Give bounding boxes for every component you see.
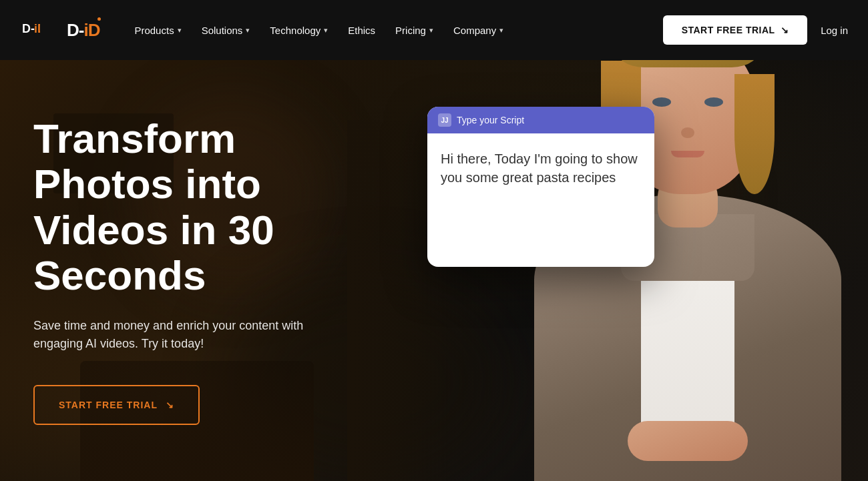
nav-actions: START FREE TRIAL ↘ Log in [663, 15, 848, 45]
hero-trial-button[interactable]: START FREE TRIAL ↘ [33, 385, 200, 425]
nav-item-ethics[interactable]: Ethics [340, 19, 383, 41]
hero-content: Transform Photos into Videos in 30 Secon… [0, 60, 387, 481]
chevron-down-icon: ▾ [429, 26, 433, 35]
svg-text:D-: D- [22, 22, 35, 35]
nav-item-company[interactable]: Company ▾ [445, 19, 511, 41]
nav-item-products[interactable]: Products ▾ [126, 19, 189, 41]
script-card-body[interactable]: Hi there, Today I'm going to show you so… [427, 133, 654, 267]
person-nose [681, 127, 694, 138]
nav-item-technology[interactable]: Technology ▾ [262, 19, 336, 41]
svg-text:iD: iD [34, 22, 40, 35]
person-hair-right [734, 74, 775, 194]
logo-link[interactable]: D- iD [67, 20, 99, 41]
person-eye-left [652, 97, 671, 107]
nav-item-solutions[interactable]: Solutions ▾ [194, 19, 258, 41]
hero-trial-label: START FREE TRIAL [59, 400, 158, 410]
nav-links: Products ▾ Solutions ▾ Technology ▾ Ethi… [126, 19, 662, 41]
nav-label-solutions: Solutions [202, 25, 243, 36]
nav-label-ethics: Ethics [348, 25, 375, 36]
script-card-title: Type your Script [457, 115, 524, 125]
person-shirt [641, 274, 734, 441]
logo-text-did: D- [67, 20, 83, 41]
chevron-down-icon: ▾ [324, 26, 328, 35]
chevron-down-icon: ▾ [246, 26, 250, 35]
nav-trial-label: START FREE TRIAL [682, 25, 775, 35]
person-hands [628, 421, 748, 461]
script-icon: JJ [438, 113, 451, 127]
chevron-down-icon: ▾ [178, 26, 182, 35]
chevron-down-icon: ▾ [499, 26, 503, 35]
logo[interactable]: D- iD [20, 18, 40, 42]
person-mouth [671, 151, 704, 157]
nav-item-pricing[interactable]: Pricing ▾ [387, 19, 441, 41]
nav-label-company: Company [453, 25, 496, 36]
nav-label-pricing: Pricing [395, 25, 426, 36]
nav-trial-button[interactable]: START FREE TRIAL ↘ [663, 15, 807, 45]
hero-trial-arrow-icon: ↘ [166, 400, 174, 410]
script-card-text: Hi there, Today I'm going to show you so… [441, 149, 641, 187]
navbar: D- iD D- iD Products ▾ Solutions ▾ Techn… [0, 0, 868, 60]
nav-label-products: Products [134, 25, 174, 36]
person-eye-right [704, 97, 723, 107]
logo-text-id: iD [83, 20, 99, 41]
hero-title: Transform Photos into Videos in 30 Secon… [33, 116, 354, 298]
login-link[interactable]: Log in [821, 25, 848, 36]
person-hair-top [614, 60, 761, 67]
script-card-header: JJ Type your Script [427, 107, 654, 133]
nav-trial-arrow-icon: ↘ [781, 25, 789, 35]
script-card: JJ Type your Script Hi there, Today I'm … [427, 107, 654, 267]
hero-section: Transform Photos into Videos in 30 Secon… [0, 60, 868, 481]
hero-subtitle: Save time and money and enrich your cont… [33, 317, 341, 353]
nav-label-technology: Technology [270, 25, 320, 36]
